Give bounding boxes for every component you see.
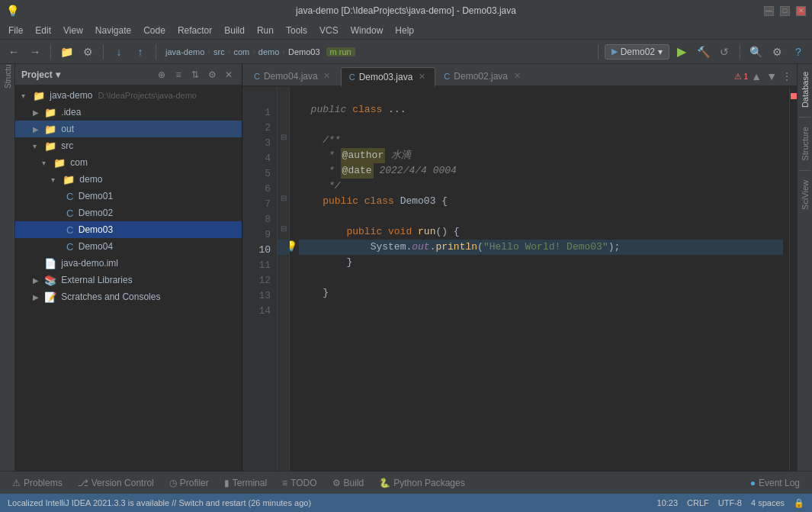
tab-scroll-up-btn[interactable]: ▲: [749, 69, 763, 84]
panel-settings-btn[interactable]: ⚙: [205, 68, 219, 82]
tree-demo04[interactable]: C Demo04: [15, 238, 242, 255]
breadcrumb-project[interactable]: java-demo: [165, 47, 204, 56]
status-indent[interactable]: 4 spaces: [751, 498, 785, 507]
title-bar: 💡 java-demo [D:\IdeaProjects\java-demo] …: [0, 0, 812, 21]
tree-demo03[interactable]: C Demo03: [15, 221, 242, 238]
toolbar-back-btn[interactable]: ←: [5, 43, 23, 61]
menu-edit[interactable]: Edit: [30, 24, 56, 37]
menu-code[interactable]: Code: [138, 24, 171, 37]
close-button[interactable]: ✕: [796, 6, 806, 16]
status-encoding[interactable]: UTF-8: [718, 498, 742, 507]
line-numbers: 1 2 3 4 5 6 7 8 9 10 11 12 13 14: [242, 87, 278, 471]
project-tree: ▾ 📁 java-demo D:\IdeaProjects\java-demo …: [15, 85, 242, 471]
tab-demo03-icon: C: [349, 72, 355, 82]
maximize-button[interactable]: □: [780, 6, 790, 16]
tab-more-btn[interactable]: ⋮: [780, 69, 794, 84]
breadcrumb-method-badge[interactable]: m run: [326, 47, 355, 56]
panel-sort-btn[interactable]: ⇅: [188, 68, 202, 82]
profiler-label: Profiler: [180, 478, 209, 488]
tab-demo02[interactable]: C Demo02.java ✕: [435, 66, 531, 85]
tab-demo02-close[interactable]: ✕: [512, 71, 522, 82]
tab-demo03-close[interactable]: ✕: [416, 72, 427, 82]
code-content[interactable]: public class ... /** * @author 水滴 * @dat…: [290, 87, 789, 471]
tree-root-icon: 📁: [33, 90, 45, 101]
toolbar-vcs2-btn[interactable]: ↑: [131, 43, 149, 61]
error-badge: ⚠ 1: [734, 72, 748, 82]
menu-window[interactable]: Window: [345, 24, 389, 37]
status-right: 10:23 CRLF UTF-8 4 spaces 🔒: [657, 498, 804, 508]
status-line-col[interactable]: 10:23: [657, 498, 679, 507]
bottom-tab-vcs[interactable]: ⎇ Version Control: [72, 475, 160, 491]
breadcrumb-demo[interactable]: demo: [258, 47, 280, 56]
tree-out[interactable]: ▶ 📁 out: [15, 121, 242, 137]
menu-file[interactable]: File: [3, 24, 28, 37]
help-btn[interactable]: ?: [789, 43, 807, 61]
search-everywhere-btn[interactable]: 🔍: [746, 43, 765, 61]
fold-btn-7[interactable]: ⊟: [278, 194, 289, 209]
bottom-tab-todo[interactable]: ≡ TODO: [276, 475, 323, 491]
build-btn[interactable]: 🔨: [694, 43, 712, 61]
menu-run[interactable]: Run: [252, 24, 279, 37]
breadcrumb-src[interactable]: src: [213, 47, 225, 56]
toolbar-vcs-btn[interactable]: ↓: [110, 43, 128, 61]
breadcrumb-demo03[interactable]: Demo03: [288, 47, 320, 56]
panel-locate-btn[interactable]: ⊕: [155, 68, 168, 82]
bottom-tab-build[interactable]: ⚙ Build: [326, 475, 371, 491]
fold-btn-9[interactable]: ⊟: [278, 224, 289, 240]
settings-main-btn[interactable]: ⚙: [768, 43, 786, 61]
status-line-ending[interactable]: CRLF: [687, 498, 709, 507]
tab-demo04-close[interactable]: ✕: [322, 71, 332, 82]
reload-btn[interactable]: ↺: [715, 43, 733, 61]
window-controls[interactable]: — □ ✕: [764, 6, 806, 16]
run-config-selector[interactable]: ▶ Demo02 ▾: [605, 44, 669, 60]
bottom-tab-problems[interactable]: ⚠ Problems: [6, 475, 69, 491]
tree-idea-label: .idea: [59, 107, 81, 118]
tab-demo03[interactable]: C Demo03.java ✕: [341, 67, 436, 87]
menu-refactor[interactable]: Refactor: [172, 24, 217, 37]
tab-database[interactable]: Database: [798, 64, 813, 115]
menu-navigate[interactable]: Navigate: [90, 24, 136, 37]
tree-src[interactable]: ▾ 📁 src: [15, 137, 242, 154]
menu-view[interactable]: View: [58, 24, 88, 37]
tab-demo04-icon: C: [254, 72, 260, 81]
bottom-tab-python[interactable]: 🐍 Python Packages: [373, 475, 470, 491]
panel-dropdown-icon[interactable]: ▾: [56, 69, 60, 80]
panel-close-btn[interactable]: ✕: [222, 68, 236, 82]
panel-collapse-btn[interactable]: ≡: [172, 68, 185, 82]
breadcrumb-com[interactable]: com: [233, 47, 249, 56]
tree-demo[interactable]: ▾ 📁 demo: [15, 171, 242, 188]
tree-idea[interactable]: ▶ 📁 .idea: [15, 104, 242, 121]
menu-vcs[interactable]: VCS: [314, 24, 344, 37]
panel-actions: ⊕ ≡ ⇅ ⚙ ✕: [155, 68, 236, 82]
fold-btn-3[interactable]: ⊟: [278, 133, 289, 148]
tree-demo01[interactable]: C Demo01: [15, 188, 242, 204]
bulb-icon[interactable]: 💡: [290, 240, 297, 255]
menu-help[interactable]: Help: [390, 24, 419, 37]
run-button[interactable]: ▶: [672, 43, 691, 61]
toolbar-settings-btn[interactable]: ⚙: [79, 43, 97, 61]
tab-demo04[interactable]: C Demo04.java ✕: [246, 66, 341, 85]
tree-com[interactable]: ▾ 📁 com: [15, 154, 242, 171]
tree-ext-libs[interactable]: ▶ 📚 External Libraries: [15, 272, 242, 288]
editor-scrollbar[interactable]: [789, 87, 797, 471]
toolbar-separator-4: [598, 44, 599, 60]
tree-iml[interactable]: ▶ 📄 java-demo.iml: [15, 255, 242, 272]
bottom-tab-terminal[interactable]: ▮ Terminal: [218, 475, 273, 491]
menu-tools[interactable]: Tools: [281, 24, 313, 37]
minimize-button[interactable]: —: [764, 6, 774, 16]
tree-root-label: java-demo: [47, 90, 92, 101]
tab-scroll-down-btn[interactable]: ▼: [765, 69, 778, 84]
tree-scratches[interactable]: ▶ 📝 Scratches and Consoles: [15, 288, 242, 305]
event-log-button[interactable]: ● Event Log: [744, 475, 806, 491]
menu-build[interactable]: Build: [219, 24, 250, 37]
build-label: Build: [344, 478, 364, 488]
toolbar-project-structure-btn[interactable]: 📁: [57, 43, 75, 61]
tab-structure[interactable]: Structure: [798, 119, 813, 169]
sidebar-structure-icon[interactable]: Structure: [2, 67, 14, 79]
bottom-tab-profiler[interactable]: ◷ Profiler: [163, 475, 215, 491]
toolbar-forward-btn[interactable]: →: [26, 43, 44, 61]
tree-root[interactable]: ▾ 📁 java-demo D:\IdeaProjects\java-demo: [15, 87, 242, 104]
tree-demo02[interactable]: C Demo02: [15, 204, 242, 221]
status-lock-icon[interactable]: 🔒: [794, 498, 804, 508]
tab-sciview[interactable]: SciView: [798, 172, 813, 217]
